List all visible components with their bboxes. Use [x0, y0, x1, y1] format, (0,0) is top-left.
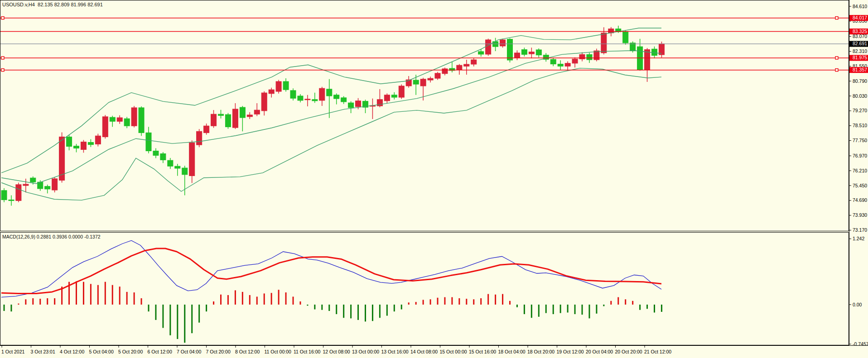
candle-body — [102, 117, 108, 137]
candle-body — [298, 96, 303, 100]
candle-body — [587, 54, 592, 60]
candle-body — [420, 79, 426, 86]
candle-body — [261, 93, 267, 111]
date-axis-label: 15 Oct 16:00 — [469, 349, 496, 354]
candle-body — [168, 160, 173, 166]
price-axis-label: 73.930 — [853, 212, 867, 218]
candle-body — [507, 39, 513, 60]
candle[interactable] — [623, 30, 628, 45]
price-axis-label: 80.030 — [853, 93, 867, 99]
chart-canvas[interactable]: 84.61083.85083.07082.31081.55080.79080.0… — [0, 0, 868, 358]
candle-body — [254, 110, 260, 114]
candle-body — [550, 59, 556, 64]
candle[interactable] — [131, 106, 137, 128]
price-axis-label: 84.610 — [853, 4, 867, 9]
line-end-handle[interactable] — [1, 57, 4, 59]
date-axis-label: 20 Oct 20:00 — [615, 349, 642, 354]
candle-body — [442, 69, 448, 74]
date-axis-label: 18 Oct 20:00 — [527, 349, 555, 354]
date-axis-label: 7 Oct 04:00 — [177, 349, 201, 354]
price-badge-label: 81.975 — [853, 55, 867, 60]
candle-body — [391, 95, 397, 97]
candle[interactable] — [197, 129, 202, 147]
candle[interactable] — [486, 38, 491, 56]
candle-body — [67, 137, 72, 146]
candle-body — [175, 166, 180, 168]
price-axis-label: 82.310 — [853, 48, 867, 54]
candle-body — [428, 78, 433, 80]
candle-body — [384, 95, 390, 101]
price-axis-label: 78.510 — [853, 123, 867, 128]
candle-body — [95, 136, 101, 144]
candle-body — [435, 73, 440, 78]
candle-body — [319, 88, 325, 100]
date-axis-label: 12 Oct 08:00 — [323, 349, 350, 354]
candle-body — [276, 81, 281, 91]
candle-body — [197, 131, 202, 145]
candle-body — [478, 52, 484, 54]
date-axis-label: 13 Oct 00:00 — [352, 349, 379, 354]
line-end-handle[interactable] — [835, 69, 838, 72]
price-axis-label: 79.270 — [853, 108, 867, 113]
macd-axis-label: 1.242 — [853, 236, 864, 241]
candle[interactable] — [52, 177, 58, 192]
candle-body — [356, 101, 361, 107]
price-badge-label: 84.017 — [853, 15, 867, 20]
candle-body — [399, 86, 404, 97]
candle-body — [572, 59, 578, 63]
candle-body — [536, 50, 541, 55]
candle-body — [341, 98, 347, 102]
date-axis-label: 11 Oct 00:00 — [265, 349, 292, 354]
price-axis-label: 80.790 — [853, 78, 867, 84]
candle-body — [124, 119, 130, 126]
date-axis-label: 13 Oct 16:00 — [381, 349, 409, 354]
candle-body — [131, 108, 137, 126]
candle-body — [623, 32, 628, 43]
macd-axis-label: 0.00 — [853, 302, 862, 307]
candle-body — [146, 133, 151, 151]
candle[interactable] — [16, 183, 21, 202]
candle-body — [247, 115, 252, 117]
candle-body — [23, 184, 29, 186]
price-axis-label: 73.170 — [853, 227, 867, 233]
candle-body — [500, 40, 506, 46]
line-end-handle[interactable] — [1, 17, 4, 19]
candle-body — [117, 118, 122, 121]
price-line-badge: 83.325 — [849, 29, 868, 34]
candle[interactable] — [399, 84, 404, 99]
date-axis-label: 21 Oct 12:00 — [644, 349, 671, 354]
candle-body — [269, 90, 274, 94]
date-axis-label: 3 Oct 23:01 — [31, 349, 55, 354]
chart-background — [0, 0, 868, 358]
price-axis-label: 76.210 — [853, 168, 867, 173]
candle-body — [1, 191, 7, 200]
candle-body — [565, 63, 570, 66]
date-axis-label: 6 Oct 12:00 — [148, 349, 172, 354]
date-axis-label: 19 Oct 12:00 — [557, 349, 584, 354]
candle-body — [290, 91, 296, 98]
candle[interactable] — [139, 106, 144, 136]
candle-body — [153, 151, 159, 155]
price-badge-label: 81.357 — [853, 67, 867, 72]
candle[interactable] — [225, 113, 231, 129]
candle-body — [521, 50, 527, 55]
candle-body — [45, 186, 50, 189]
price-badge-label: 83.325 — [853, 29, 867, 34]
candle[interactable] — [276, 80, 281, 94]
candle-body — [558, 64, 563, 67]
candle[interactable] — [102, 115, 108, 138]
line-end-handle[interactable] — [835, 57, 838, 59]
line-end-handle[interactable] — [835, 17, 838, 19]
candle-body — [139, 108, 144, 133]
candle-body — [637, 47, 643, 70]
candle[interactable] — [507, 38, 513, 62]
candle-body — [88, 142, 93, 144]
price-axis-label: 74.690 — [853, 197, 867, 203]
candle-body — [471, 60, 477, 64]
candle-body — [601, 33, 607, 53]
candle-body — [413, 80, 419, 84]
line-end-handle[interactable] — [1, 69, 4, 72]
candle-body — [81, 142, 86, 150]
price-badge-label: 82.691 — [853, 41, 867, 46]
current-price-badge: 82.691 — [849, 41, 868, 47]
